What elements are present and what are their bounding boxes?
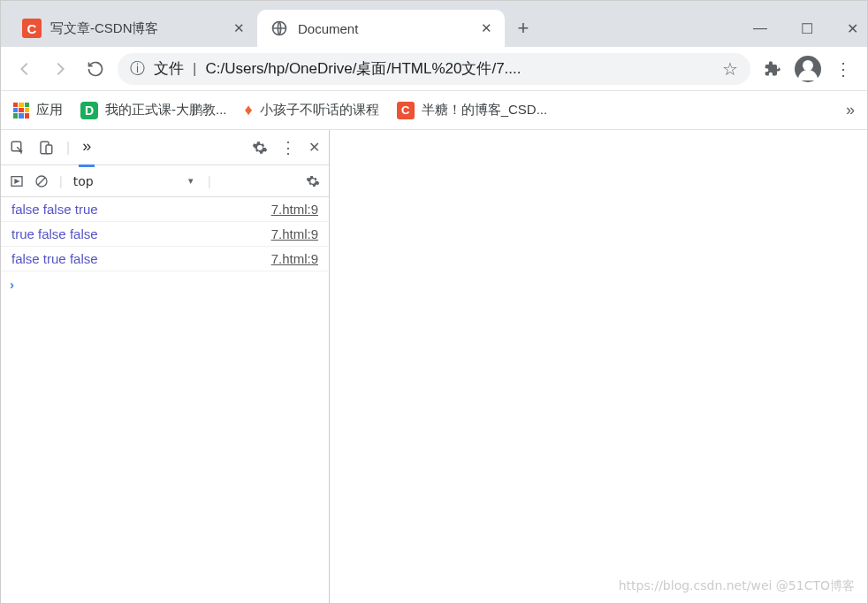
bookmark-label: 我的正式课-大鹏教... [105,102,227,119]
inspect-icon[interactable] [10,140,26,156]
back-button[interactable] [11,56,38,82]
console-log-row: false false true 7.html:9 [1,197,329,222]
bookmark-item[interactable]: D 我的正式课-大鹏教... [80,102,227,119]
close-tab-icon[interactable]: ✕ [233,20,245,36]
console-log-row: false true false 7.html:9 [1,247,329,271]
bookmark-label: 小孩子不听话的课程 [260,102,379,119]
flame-icon: ♦ [245,101,253,119]
log-message: false false true [11,202,271,217]
console-log-row: true false false 7.html:9 [1,222,329,247]
minimize-icon[interactable]: — [753,20,767,36]
apps-icon [13,103,29,119]
bookmark-label: 应用 [36,102,63,119]
play-icon[interactable] [10,174,24,188]
console-toolbar: | top ▾ | [1,165,329,197]
extensions-button[interactable] [759,56,786,82]
maximize-icon[interactable]: ☐ [801,20,813,37]
console-output: false false true 7.html:9 true false fal… [1,197,329,603]
page-viewport [330,130,867,603]
csdn-icon: C [397,102,415,119]
device-icon[interactable] [38,140,54,156]
csdn-icon: C [22,19,42,38]
devtools-header: | » ⋮ ✕ [1,130,329,165]
url-text: C:/Users/hp/OneDrive/桌面/HTML%20文件/7.... [205,58,713,79]
bookmarks-overflow-icon[interactable]: » [846,101,855,119]
info-icon[interactable]: ⓘ [130,58,145,79]
log-source-link[interactable]: 7.html:9 [271,251,318,266]
tab-title: Document [298,21,474,36]
close-tab-icon[interactable]: ✕ [481,20,492,36]
window-controls: — ☐ ✕ [753,10,867,47]
reload-button[interactable] [82,56,109,82]
apps-bookmark[interactable]: 应用 [13,102,63,119]
svg-rect-3 [46,145,52,154]
browser-tab[interactable]: C 写文章-CSDN博客 ✕ [10,10,257,47]
window-close-icon[interactable]: ✕ [847,20,858,37]
new-tab-button[interactable]: + [508,13,538,43]
console-prompt[interactable]: › [1,271,329,297]
bookmark-label: 半糖！的博客_CSD... [422,102,548,119]
tab-title: 写文章-CSDN博客 [50,20,226,37]
bookmark-item[interactable]: C 半糖！的博客_CSD... [397,102,548,119]
browser-tab-active[interactable]: Document ✕ [257,10,505,47]
browser-titlebar: C 写文章-CSDN博客 ✕ Document ✕ + — ☐ ✕ [1,1,867,47]
log-source-link[interactable]: 7.html:9 [271,226,318,241]
chevron-down-icon[interactable]: ▾ [188,175,194,187]
devtools-close-icon[interactable]: ✕ [308,139,320,156]
log-source-link[interactable]: 7.html:9 [271,202,318,217]
star-icon[interactable]: ☆ [722,58,738,80]
menu-button[interactable]: ⋮ [830,56,857,82]
log-message: false true false [11,251,271,266]
devtools-panel: | » ⋮ ✕ | top ▾ | false false true 7.htm… [1,130,330,603]
gear-icon[interactable] [252,140,268,156]
kebab-icon[interactable]: ⋮ [280,138,296,157]
profile-avatar[interactable] [795,56,821,82]
context-selector[interactable]: top [73,174,94,188]
file-label: 文件 [154,58,184,79]
bookmark-item[interactable]: ♦ 小孩子不听话的课程 [245,101,379,119]
address-bar[interactable]: ⓘ 文件 | C:/Users/hp/OneDrive/桌面/HTML%20文件… [118,53,750,85]
log-message: true false false [11,226,271,241]
globe-icon [270,19,289,38]
bookmarks-bar: 应用 D 我的正式课-大鹏教... ♦ 小孩子不听话的课程 C 半糖！的博客_C… [1,91,867,130]
forward-button[interactable] [47,56,73,82]
clear-console-icon[interactable] [34,174,49,188]
gear-icon[interactable] [306,174,320,188]
d-icon: D [80,102,98,119]
browser-toolbar: ⓘ 文件 | C:/Users/hp/OneDrive/桌面/HTML%20文件… [1,47,867,91]
watermark-text: https://blog.csdn.net/wei @51CTO博客 [619,578,855,594]
devtools-tabs-overflow[interactable]: » [82,137,91,157]
content-area: | » ⋮ ✕ | top ▾ | false false true 7.htm… [1,130,867,603]
